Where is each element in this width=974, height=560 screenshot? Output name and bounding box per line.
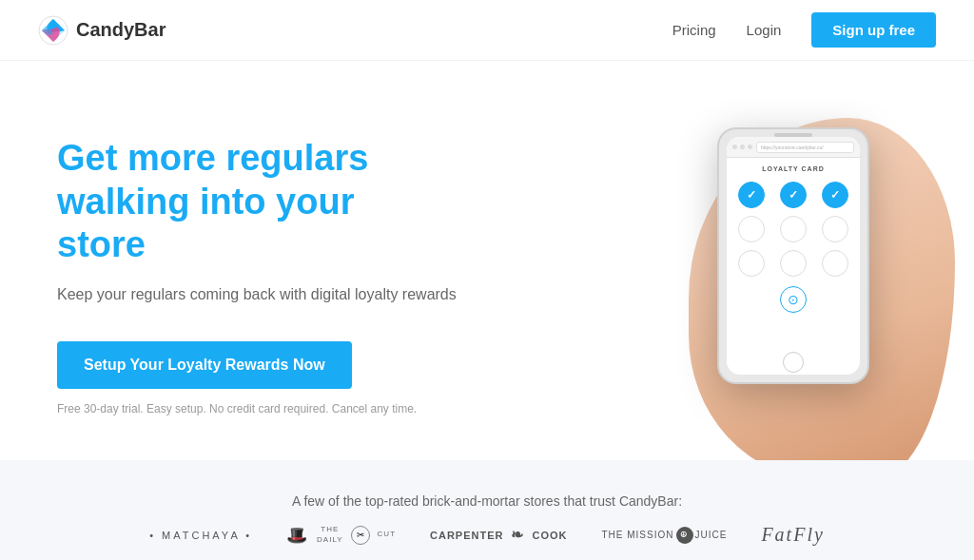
matchaya-label: • MATCHAYA • [149,530,252,541]
phone-content: LOYALTY CARD [727,158,860,320]
cook-separator-icon: ❧ [511,526,524,544]
pricing-link[interactable]: Pricing [672,22,716,38]
brand-mission: THE MISSION ☮ JUICE [601,527,727,544]
juice-text: JUICE [695,530,728,540]
dot-3 [748,145,752,149]
stamp-7 [738,250,765,277]
phone-hand: https://yourstore.candybar.co/ LOYALTY C… [555,80,955,460]
stamp-2 [780,182,807,208]
phone-speaker [774,133,812,137]
scissors-icon: ✂ [357,530,364,540]
browser-dots [732,145,752,149]
stamp-3 [822,182,848,208]
loyalty-card-title: LOYALTY CARD [734,165,852,172]
stamp-1 [738,182,765,208]
brand-matchaya: • MATCHAYA • [149,530,252,541]
hat-icon: 🎩 [286,525,307,546]
brand-thedailycut: 🎩 THE DAILY ✂ CUT [286,525,396,546]
stamp-6 [822,216,848,242]
stamp-9 [822,250,848,277]
logo-text: CandyBar [76,19,166,41]
browser-url: https://yourstore.candybar.co/ [756,142,854,153]
cta-button[interactable]: Setup Your Loyalty Rewards Now [57,341,352,389]
hero-section: Get more regulars walking into your stor… [0,61,974,460]
stamp-5 [780,216,807,242]
hero-subtitle: Keep your regulars coming back with digi… [57,286,487,303]
logo-icon [38,15,68,46]
dot-1 [732,145,737,149]
brand-logos: • MATCHAYA • 🎩 THE DAILY ✂ CUT CARPENTER [149,524,825,546]
signup-button[interactable]: Sign up free [811,12,936,48]
stamp-grid [734,182,852,277]
header: CandyBar Pricing Login Sign up free [0,0,974,61]
hero-content: Get more regulars walking into your stor… [57,118,487,415]
phone-mockup: https://yourstore.candybar.co/ LOYALTY C… [717,127,869,384]
trial-text: Free 30-day trial. Easy setup. No credit… [57,402,487,415]
brands-strip: A few of the top-rated brick-and-mortar … [0,460,974,560]
daily-text: THE DAILY [317,525,343,545]
mission-icon: ☮ [676,527,693,544]
dot-2 [740,145,745,149]
redeem-button-phone [780,286,807,313]
browser-bar: https://yourstore.candybar.co/ [727,137,860,158]
hero-illustration: https://yourstore.candybar.co/ LOYALTY C… [487,118,917,460]
strip-title: A few of the top-rated brick-and-mortar … [292,493,682,509]
mission-text: THE MISSION [601,530,673,540]
logo[interactable]: CandyBar [38,15,166,46]
brand-fatfly: FatFly [761,524,824,546]
hero-title: Get more regulars walking into your stor… [57,137,438,267]
brand-carpenter: CARPENTER ❧ COOK [430,526,567,544]
phone-screen: https://yourstore.candybar.co/ LOYALTY C… [727,137,860,375]
carpenter-label: CARPENTER [430,530,503,541]
main-nav: Pricing Login Sign up free [672,12,936,48]
fatfly-label: FatFly [761,524,824,546]
cook-label: COOK [532,530,567,541]
stamp-4 [738,216,765,242]
login-link[interactable]: Login [747,22,782,38]
phone-home-button [783,352,804,373]
stamp-8 [780,250,807,277]
cut-text: CUT [378,530,396,539]
cut-circle: ✂ [351,526,370,545]
